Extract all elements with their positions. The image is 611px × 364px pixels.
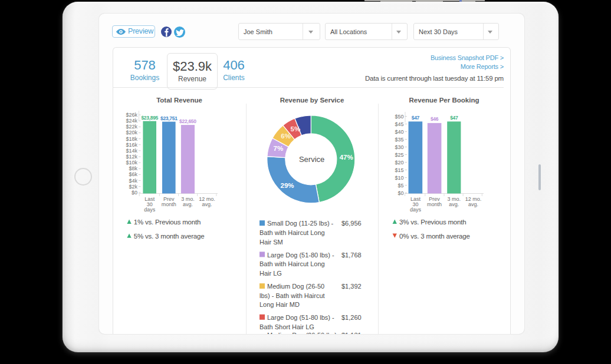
svg-text:$0: $0: [132, 190, 137, 196]
svg-text:$22,650: $22,650: [179, 118, 196, 124]
svg-text:29%: 29%: [280, 182, 294, 189]
svg-text:$46: $46: [431, 116, 439, 122]
svg-text:$25: $25: [395, 152, 403, 158]
svg-text:month: month: [162, 201, 176, 207]
svg-text:$0: $0: [398, 190, 403, 196]
svg-text:$50: $50: [395, 114, 403, 120]
svg-text:$16k: $16k: [126, 142, 137, 148]
svg-text:6%: 6%: [281, 133, 291, 140]
svg-text:$5: $5: [398, 183, 403, 188]
svg-text:$35: $35: [395, 137, 403, 143]
svg-text:$14k: $14k: [126, 148, 137, 154]
svg-text:$20k: $20k: [126, 130, 137, 135]
svg-text:$30: $30: [395, 144, 403, 150]
svg-text:$10k: $10k: [126, 160, 137, 166]
svg-text:$2k: $2k: [129, 184, 137, 190]
svg-text:$24k: $24k: [126, 118, 137, 124]
svg-text:$4k: $4k: [129, 178, 137, 184]
svg-text:$47: $47: [412, 115, 420, 121]
svg-text:$23,751: $23,751: [160, 115, 178, 121]
svg-text:$6k: $6k: [129, 171, 137, 177]
svg-text:$20: $20: [395, 160, 403, 166]
svg-text:Bath with Haircut Long: Bath with Haircut Long: [259, 260, 325, 267]
svg-text:Bath Short Hair LG: Bath Short Hair LG: [259, 323, 314, 330]
svg-text:avg.: avg.: [468, 201, 478, 207]
svg-text:$12k: $12k: [126, 154, 137, 160]
svg-text:$47: $47: [450, 115, 458, 121]
svg-text:$1,768: $1,768: [341, 252, 362, 259]
svg-text:$1,260: $1,260: [341, 314, 362, 321]
svg-text:avg.: avg.: [183, 201, 193, 207]
svg-text:days: days: [144, 207, 156, 213]
svg-text:1% vs. Previous month: 1% vs. Previous month: [134, 219, 201, 226]
svg-text:Long Hair MD: Long Hair MD: [259, 301, 300, 308]
svg-text:Medium Dog (26-50: Medium Dog (26-50: [267, 283, 324, 290]
svg-text:$45: $45: [395, 121, 403, 127]
svg-text:$26k: $26k: [126, 112, 137, 118]
svg-text:47%: 47%: [340, 154, 353, 161]
svg-text:$6,956: $6,956: [341, 220, 362, 227]
svg-text:5%: 5%: [290, 125, 300, 133]
svg-text:$15: $15: [395, 167, 403, 173]
svg-text:7%: 7%: [273, 145, 283, 152]
svg-text:Large Dog (51-80 lbs) -: Large Dog (51-80 lbs) -: [267, 314, 334, 321]
svg-text:$1,131: $1,131: [341, 332, 362, 335]
svg-text:Service: Service: [299, 155, 324, 164]
svg-text:$23,895: $23,895: [141, 115, 158, 121]
svg-text:Small Dog (11-25 lbs) -: Small Dog (11-25 lbs) -: [267, 220, 334, 227]
svg-text:$10: $10: [395, 175, 403, 181]
svg-text:Hair LG: Hair LG: [259, 270, 282, 277]
svg-text:3% vs. Previous month: 3% vs. Previous month: [399, 219, 466, 226]
svg-text:$8k: $8k: [129, 166, 137, 171]
svg-text:$1,392: $1,392: [341, 283, 362, 290]
svg-text:Large Dog (51-80 lbs) -: Large Dog (51-80 lbs) -: [267, 252, 334, 259]
svg-text:days: days: [410, 207, 422, 213]
svg-text:$40: $40: [395, 129, 403, 135]
svg-text:Hair SM: Hair SM: [259, 239, 283, 246]
svg-text:$18k: $18k: [126, 136, 137, 142]
svg-text:$22k: $22k: [126, 124, 137, 130]
svg-text:avg.: avg.: [449, 201, 459, 207]
svg-text:month: month: [427, 201, 442, 207]
svg-text:avg.: avg.: [202, 201, 212, 207]
svg-text:5% vs. 3 month average: 5% vs. 3 month average: [134, 233, 205, 240]
svg-text:0% vs. 3 month average: 0% vs. 3 month average: [399, 233, 470, 240]
svg-text:Medium Dog (26-50 lbs) -: Medium Dog (26-50 lbs) -: [267, 332, 341, 335]
svg-text:lbs) - Bath with Haircut: lbs) - Bath with Haircut: [259, 292, 325, 299]
svg-text:Bath with Haircut Long: Bath with Haircut Long: [259, 229, 325, 236]
